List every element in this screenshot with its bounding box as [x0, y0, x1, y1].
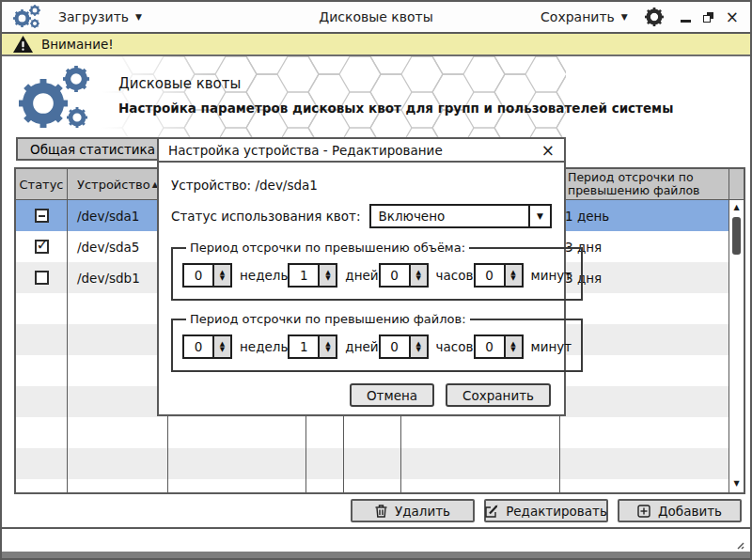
maximize-button[interactable] — [703, 12, 713, 23]
empty-table-row — [16, 479, 744, 494]
settings-gear-icon[interactable] — [645, 8, 664, 26]
chevron-down-icon: ▼ — [621, 12, 628, 22]
save-menu[interactable]: Сохранить ▼ — [540, 9, 628, 24]
warning-text: Внимание! — [41, 37, 114, 52]
weeks-input[interactable]: 0 — [182, 334, 214, 359]
quota-status-value: Включено — [371, 209, 528, 224]
main-content: Дисковые квоты Настройка параметров диск… — [2, 56, 750, 527]
days-input[interactable]: 1 — [288, 334, 320, 359]
scroll-down-icon[interactable]: ▼ — [729, 476, 744, 490]
spinner-arrows-icon[interactable]: ▲▼ — [320, 263, 337, 288]
cancel-button[interactable]: Отмена — [350, 383, 434, 407]
device-cell: /dev/sda5 — [68, 231, 168, 262]
dialog-title: Настройка устройства - Редактирование — [168, 143, 443, 158]
files-grace-group: Период отсрочки по превышению файлов: 0▲… — [171, 312, 583, 372]
vertical-scrollbar[interactable]: ▲ ▼ — [728, 169, 744, 492]
scroll-up-icon[interactable]: ▲ — [729, 200, 744, 214]
unit-label: минут — [531, 339, 572, 354]
device-cell: /dev/sdb1 — [68, 262, 168, 293]
page-subtitle: Настройка параметров дисковых квот для г… — [118, 101, 673, 116]
edit-label: Редактировать — [506, 504, 607, 519]
load-menu-label: Загрузить — [58, 9, 129, 24]
app-gears-icon — [13, 4, 43, 30]
dialog-close-icon[interactable]: × — [541, 144, 555, 157]
files-grace-legend: Период отсрочки по превышению файлов: — [186, 312, 470, 326]
column-header-status[interactable]: Статус — [16, 169, 68, 199]
column-header-file-grace[interactable]: Период отсрочки по превышению файлов — [560, 169, 732, 199]
add-label: Добавить — [658, 504, 722, 519]
file-grace-cell: 3 дня — [560, 262, 732, 293]
weeks-input[interactable]: 0 — [182, 263, 214, 288]
chevron-down-icon: ▼ — [135, 12, 142, 22]
file-grace-cell: 1 день — [560, 200, 732, 231]
empty-table-row — [16, 448, 744, 479]
tab-label: Общая статистика — [30, 142, 155, 157]
quota-status-label: Статус использования квот: — [171, 209, 360, 224]
device-settings-dialog: Настройка устройства - Редактирование × … — [157, 137, 566, 416]
edit-button[interactable]: Редактировать — [484, 499, 608, 522]
warning-banner: Внимание! — [2, 34, 750, 56]
spinner-arrows-icon[interactable]: ▲▼ — [411, 263, 429, 288]
dialog-title-bar: Настройка устройства - Редактирование × — [159, 139, 564, 163]
spinner-arrows-icon[interactable]: ▲▼ — [214, 334, 232, 359]
delete-button[interactable]: Удалить — [351, 499, 475, 522]
volume-grace-group: Период отсрочки по превышению объёма: 0▲… — [171, 241, 583, 301]
checkbox-unchecked[interactable] — [35, 271, 49, 285]
checkbox-checked[interactable] — [35, 240, 49, 254]
checkbox-indeterminate[interactable] — [35, 209, 49, 223]
unit-label: минут — [531, 268, 572, 283]
warning-icon — [13, 36, 33, 53]
spinner-arrows-icon[interactable]: ▲▼ — [411, 334, 429, 359]
unit-label: недель — [240, 268, 288, 283]
unit-label: часов — [436, 268, 474, 283]
minimize-icon — [681, 20, 691, 23]
page-header: Дисковые квоты Настройка параметров диск… — [19, 66, 673, 133]
hours-input[interactable]: 0 — [379, 334, 411, 359]
edit-pencil-icon — [485, 505, 498, 518]
trash-icon — [375, 505, 387, 518]
save-menu-label: Сохранить — [540, 9, 615, 24]
minutes-input[interactable]: 0 — [474, 263, 506, 288]
table-actions: Удалить Редактировать — [351, 499, 742, 522]
unit-label: часов — [436, 339, 474, 354]
tab-general-statistics[interactable]: Общая статистика — [16, 137, 169, 161]
close-button[interactable]: × — [726, 12, 739, 23]
title-bar: Дисковые квоты Загрузить ▼ Сохранить ▼ — [2, 2, 750, 34]
empty-table-row — [16, 417, 744, 448]
scrollbar-thumb[interactable] — [732, 217, 741, 255]
select-dropdown-icon[interactable]: ▼ — [528, 206, 550, 226]
unit-label: дней — [345, 339, 378, 354]
spinner-arrows-icon[interactable]: ▲▼ — [214, 263, 232, 288]
column-header-device[interactable]: Устройство ▲ — [68, 169, 168, 199]
add-button[interactable]: Добавить — [618, 499, 742, 522]
unit-label: дней — [345, 268, 378, 283]
unit-label: недель — [240, 339, 288, 354]
hours-input[interactable]: 0 — [379, 263, 411, 288]
days-input[interactable]: 1 — [288, 263, 320, 288]
resize-grip-icon[interactable] — [732, 537, 744, 550]
status-bar — [2, 527, 750, 558]
minimize-button[interactable] — [681, 8, 691, 26]
load-menu[interactable]: Загрузить ▼ — [58, 9, 142, 24]
device-cell: /dev/sda1 — [68, 200, 168, 231]
spinner-arrows-icon[interactable]: ▲▼ — [506, 334, 524, 359]
spinner-arrows-icon[interactable]: ▲▼ — [320, 334, 337, 359]
gears-illustration-icon — [19, 66, 102, 133]
page-title: Дисковые квоты — [118, 75, 673, 92]
save-button[interactable]: Сохранить — [446, 383, 551, 407]
file-grace-cell: 3 дня — [560, 231, 732, 262]
delete-label: Удалить — [395, 504, 450, 519]
volume-grace-legend: Период отсрочки по превышению объёма: — [186, 241, 469, 255]
dialog-device-line: Устройство: /dev/sda1 — [171, 178, 552, 193]
spinner-arrows-icon[interactable]: ▲▼ — [506, 263, 524, 288]
app-window: Дисковые квоты Загрузить ▼ Сохранить ▼ — [0, 0, 752, 560]
minutes-input[interactable]: 0 — [474, 334, 506, 359]
quota-status-select[interactable]: Включено ▼ — [369, 204, 552, 228]
plus-icon — [637, 505, 650, 518]
